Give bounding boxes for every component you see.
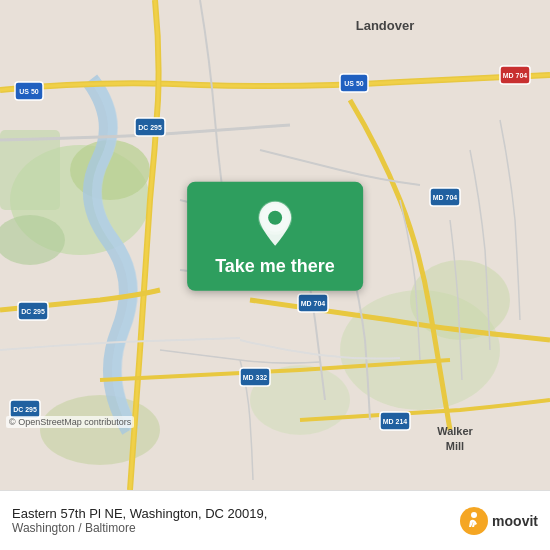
svg-text:MD 704: MD 704 xyxy=(301,300,326,307)
svg-text:MD 214: MD 214 xyxy=(383,418,408,425)
moovit-logo-icon xyxy=(460,507,488,535)
svg-rect-3 xyxy=(0,130,60,210)
bottom-bar: Eastern 57th Pl NE, Washington, DC 20019… xyxy=(0,490,550,550)
svg-text:Walker: Walker xyxy=(437,425,473,437)
svg-text:DC 295: DC 295 xyxy=(21,308,45,315)
take-me-there-button[interactable]: Take me there xyxy=(187,182,363,291)
svg-text:DC 295: DC 295 xyxy=(13,406,37,413)
svg-point-36 xyxy=(471,512,477,518)
svg-text:DC 295: DC 295 xyxy=(138,124,162,131)
svg-text:US 50: US 50 xyxy=(344,80,364,87)
osm-attribution: © OpenStreetMap contributors xyxy=(6,416,134,428)
svg-text:MD 704: MD 704 xyxy=(503,72,528,79)
svg-text:MD 332: MD 332 xyxy=(243,374,268,381)
svg-text:Landover: Landover xyxy=(356,18,415,33)
svg-text:MD 704: MD 704 xyxy=(433,194,458,201)
address-line: Eastern 57th Pl NE, Washington, DC 20019… xyxy=(12,506,267,521)
map-container: US 50 US 50 DC 295 DC 295 DC 295 MD 704 … xyxy=(0,0,550,490)
location-pin-icon xyxy=(255,200,295,250)
address-container: Eastern 57th Pl NE, Washington, DC 20019… xyxy=(12,506,267,535)
take-me-there-label: Take me there xyxy=(215,256,335,277)
svg-text:Mill: Mill xyxy=(446,440,464,452)
moovit-logo: moovit xyxy=(460,507,538,535)
moovit-label: moovit xyxy=(492,513,538,529)
svg-point-34 xyxy=(268,211,282,225)
svg-text:US 50: US 50 xyxy=(19,88,39,95)
svg-point-7 xyxy=(40,395,160,465)
city-line: Washington / Baltimore xyxy=(12,521,267,535)
